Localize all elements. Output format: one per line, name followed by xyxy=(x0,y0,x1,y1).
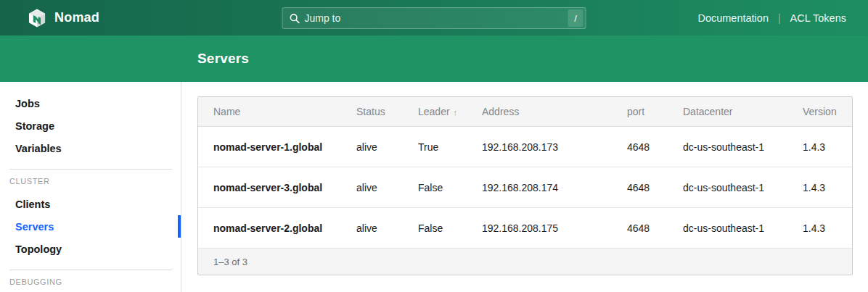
cell-port: 4648 xyxy=(612,208,668,249)
jump-to-search[interactable]: / xyxy=(282,7,586,29)
nav-links-divider: | xyxy=(778,12,781,24)
sort-ascending-icon: ↑ xyxy=(454,108,458,117)
sidebar-item-jobs[interactable]: Jobs xyxy=(0,92,181,114)
column-header-label: Leader xyxy=(418,106,450,117)
table-pagination-row: 1–3 of 3 xyxy=(198,249,852,275)
column-header-datacenter[interactable]: Datacenter xyxy=(668,97,787,127)
search-input[interactable] xyxy=(300,12,568,24)
cell-version: 1.4.3 xyxy=(787,167,852,208)
sidebar-divider xyxy=(9,169,172,170)
cell-version: 1.4.3 xyxy=(787,127,852,167)
cell-name: nomad-server-2.global xyxy=(198,208,341,249)
column-header-version[interactable]: Version xyxy=(787,97,852,127)
cell-port: 4648 xyxy=(612,167,668,208)
cell-status: alive xyxy=(341,208,403,249)
top-navbar: Nomad / Documentation | ACL Tokens xyxy=(0,0,868,36)
main-content: Name Status Leader↑ Address port Datacen… xyxy=(181,82,868,292)
table-row[interactable]: nomad-server-1.global alive True 192.168… xyxy=(198,127,852,167)
column-header-leader[interactable]: Leader↑ xyxy=(403,97,467,127)
cell-address: 192.168.208.175 xyxy=(467,208,612,249)
sidebar-item-topology[interactable]: Topology xyxy=(0,238,181,260)
table-header-row: Name Status Leader↑ Address port Datacen… xyxy=(198,97,852,127)
search-icon xyxy=(290,13,300,24)
sidebar: Jobs Storage Variables CLUSTER Clients S… xyxy=(0,82,181,292)
sidebar-divider xyxy=(9,270,172,270)
cell-address: 192.168.208.174 xyxy=(467,167,612,208)
column-header-status[interactable]: Status xyxy=(341,97,403,127)
page-title: Servers xyxy=(0,51,249,67)
cell-name: nomad-server-3.global xyxy=(198,167,341,208)
nomad-brand-link[interactable]: Nomad xyxy=(0,9,99,28)
cell-name: nomad-server-1.global xyxy=(198,127,341,167)
navbar-links: Documentation | ACL Tokens xyxy=(697,12,868,24)
cell-datacenter: dc-us-southeast-1 xyxy=(668,127,787,167)
sidebar-section-debugging-label: DEBUGGING xyxy=(0,276,181,287)
cell-leader: False xyxy=(403,208,467,249)
cell-address: 192.168.208.173 xyxy=(467,127,612,167)
sidebar-cluster-list: Clients Servers Topology xyxy=(0,193,181,260)
cell-leader: False xyxy=(403,167,467,208)
servers-table: Name Status Leader↑ Address port Datacen… xyxy=(197,96,853,275)
sidebar-section-cluster-label: CLUSTER xyxy=(0,175,181,186)
cell-status: alive xyxy=(341,127,403,167)
cell-leader: True xyxy=(403,127,467,167)
nav-link-documentation[interactable]: Documentation xyxy=(697,12,769,24)
cell-datacenter: dc-us-southeast-1 xyxy=(668,208,787,249)
sidebar-primary-list: Jobs Storage Variables xyxy=(0,92,181,159)
active-item-indicator xyxy=(178,215,181,238)
pagination-summary: 1–3 of 3 xyxy=(198,249,852,275)
cell-port: 4648 xyxy=(612,127,668,167)
table-row[interactable]: nomad-server-3.global alive False 192.16… xyxy=(198,167,852,208)
column-header-address[interactable]: Address xyxy=(467,97,612,127)
slash-shortcut-badge: / xyxy=(568,9,584,27)
cell-datacenter: dc-us-southeast-1 xyxy=(668,167,787,208)
column-header-port[interactable]: port xyxy=(612,97,668,127)
page-header: Servers xyxy=(0,36,868,82)
cell-status: alive xyxy=(341,167,403,208)
nav-link-acl-tokens[interactable]: ACL Tokens xyxy=(790,12,846,24)
column-header-name[interactable]: Name xyxy=(198,97,341,127)
sidebar-item-clients[interactable]: Clients xyxy=(0,193,181,215)
cell-version: 1.4.3 xyxy=(787,208,852,249)
nomad-logo-icon xyxy=(28,9,46,28)
brand-name: Nomad xyxy=(54,10,99,25)
table-row[interactable]: nomad-server-2.global alive False 192.16… xyxy=(198,208,852,249)
sidebar-item-label: Servers xyxy=(15,221,54,233)
sidebar-item-storage[interactable]: Storage xyxy=(0,114,181,137)
sidebar-item-servers[interactable]: Servers xyxy=(0,215,181,238)
sidebar-item-variables[interactable]: Variables xyxy=(0,137,181,159)
